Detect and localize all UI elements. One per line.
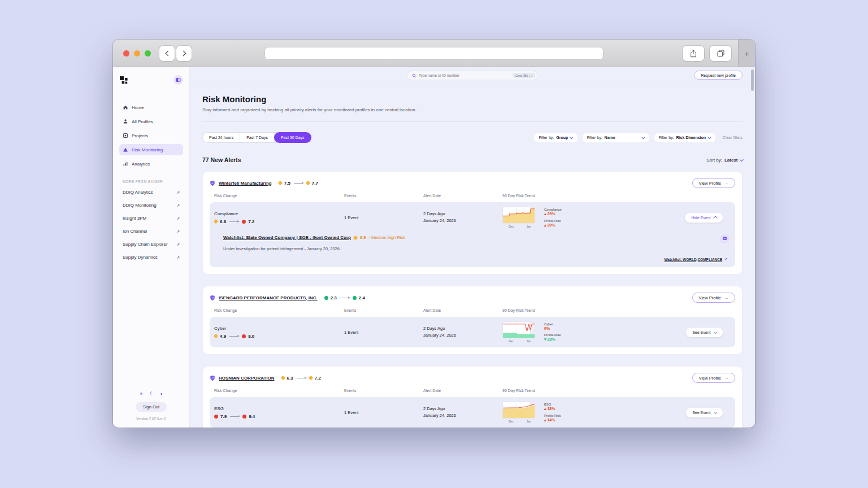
trend-arrow: ▾ (544, 337, 546, 341)
vertical-scrollbar[interactable] (751, 69, 754, 91)
clear-filters-link[interactable]: Clear filters (723, 136, 743, 140)
event-description: Under investigation for patent infringem… (223, 246, 728, 251)
stat-change-value: 0% (544, 326, 550, 330)
stat-label: Profile Risk (544, 219, 591, 223)
sidebar-item-analytics[interactable]: Analytics (119, 158, 183, 169)
tab-past-30-days[interactable]: Past 30 Days (274, 132, 311, 143)
watchlist-link[interactable]: Watchlist: WORLD,COMPLIANCE (664, 258, 722, 262)
sidebar-link-supply-dynamics[interactable]: Supply Dynamics↗ (119, 251, 183, 264)
date-relative: 2 Days Ago (423, 325, 502, 332)
event-score: 6.9 (360, 235, 366, 240)
search-input[interactable] (419, 73, 510, 77)
divider (202, 121, 743, 122)
col-alert-date: Alert Date (423, 308, 502, 312)
see-event-button[interactable]: See Event (686, 328, 723, 337)
score-value: 9.4 (249, 414, 255, 419)
company-link[interactable]: Winterfell Manufacturing (219, 181, 272, 186)
see-event-button[interactable]: See Event (686, 408, 723, 417)
tab-past-7-days[interactable]: Past 7 Days (240, 133, 275, 142)
trend-stats: Compliance▴ 29% Profile Risk▴ 20% (544, 208, 591, 228)
sidebar-collapse-button[interactable] (173, 75, 183, 85)
close-window-button[interactable] (123, 50, 129, 56)
global-search[interactable]: Cmd (⌘) + / (407, 71, 538, 80)
view-profile-button[interactable]: View Profile→ (692, 293, 735, 303)
plus-icon: + (744, 49, 749, 58)
home-icon (123, 104, 128, 110)
external-products-list: DDIQ Analytics↗ DDIQ Monitoring↗ Insight… (119, 186, 183, 264)
external-link-icon: ↗ (176, 190, 180, 195)
page-title: Risk Monitoring (202, 94, 743, 104)
page-subtitle: Stay informed and organized by tracking … (202, 107, 743, 112)
trend-arrow: ▴ (544, 212, 546, 216)
zoom-window-button[interactable] (145, 50, 151, 56)
filter-by-risk-dimension-dropdown[interactable]: Filter by:Risk Dimension (654, 133, 715, 142)
profile-shield-icon (210, 180, 215, 186)
date-absolute: January 24, 2026 (423, 217, 502, 224)
risk-trend-chart (502, 207, 535, 224)
light-theme-icon[interactable]: ☀ (139, 391, 143, 396)
view-profile-button[interactable]: View Profile→ (692, 178, 735, 188)
risk-dot (353, 235, 358, 239)
auto-theme-icon[interactable]: ◐ (160, 391, 163, 396)
tab-past-24-hours[interactable]: Past 24 hours (203, 133, 240, 142)
hide-event-button[interactable]: Hide Event (685, 213, 723, 223)
view-profile-label: View Profile (699, 295, 721, 300)
filter-by-name-dropdown[interactable]: Filter by:Name (583, 133, 649, 142)
request-new-profile-button[interactable]: Request new profile (694, 71, 743, 80)
sidebar-item-all-profiles[interactable]: All Profiles (119, 116, 183, 127)
event-flag-button[interactable] (720, 234, 730, 243)
external-link-icon: ↗ (176, 242, 180, 247)
score-value: 2.4 (359, 295, 365, 300)
sidebar-link-insight-3pm[interactable]: Insight 3PM↗ (119, 212, 183, 225)
tab-overview-button[interactable] (710, 46, 731, 61)
sidebar-link-ion-channel[interactable]: Ion Channel↗ (119, 225, 183, 238)
filter-by-group-dropdown[interactable]: Filter by:Group (534, 133, 577, 142)
view-profile-button[interactable]: View Profile→ (692, 373, 735, 383)
sidebar-link-supply-chain-explorer[interactable]: Supply Chain Explorer↗ (119, 238, 183, 251)
col-risk-change: Risk Change (214, 194, 344, 198)
trend-arrow: ▴ (544, 223, 546, 227)
sidebar-item-projects[interactable]: Projects (119, 130, 183, 141)
x-tick: Jan (527, 225, 531, 228)
dark-theme-icon[interactable]: ☾ (149, 391, 154, 396)
browser-back-button[interactable] (159, 46, 175, 61)
sidebar-item-label: Home (132, 105, 144, 110)
col-risk-change: Risk Change (214, 389, 344, 393)
profile-shield-icon (210, 295, 215, 301)
browser-forward-button[interactable] (176, 46, 192, 61)
risk-dot (242, 334, 246, 338)
share-icon (690, 50, 697, 58)
new-tab-button[interactable]: + (738, 40, 755, 67)
col-trend: 90 Day Risk Trend (502, 308, 731, 312)
event-button-label: See Event (692, 330, 710, 334)
sidebar-link-ddiq-monitoring[interactable]: DDIQ Monitoring↗ (119, 199, 183, 212)
company-link[interactable]: ISENGARD PERFORMANCE PRODUCTS, INC. (219, 295, 318, 300)
profile-score-change: 7.5 7.7 (279, 181, 318, 186)
sidebar-item-label: Projects (132, 133, 148, 138)
score-value: 8.0 (248, 334, 254, 339)
page-content: Risk Monitoring Stay informed and organi… (190, 84, 755, 428)
score-value: 2.3 (331, 295, 337, 300)
event-button-label: See Event (692, 411, 710, 415)
sidebar-item-label: Analytics (132, 162, 150, 167)
event-title[interactable]: Watchlist: State Owned Company | SOE : G… (223, 235, 351, 240)
arrow-right-icon (297, 378, 306, 378)
sidebar-link-ddiq-analytics[interactable]: DDIQ Analytics↗ (119, 186, 183, 199)
sidebar-item-risk-monitoring[interactable]: Risk Monitoring (119, 144, 183, 155)
sidebar: Home All Profiles Projects Risk Monitori… (113, 67, 190, 428)
share-button[interactable] (683, 46, 704, 61)
external-link-icon: ↗ (176, 203, 180, 208)
stat-label: ESG (544, 403, 591, 406)
company-link[interactable]: HOSNIAN CORPORATION (219, 376, 275, 381)
stat-label: Cyber (544, 323, 591, 326)
address-bar[interactable] (264, 47, 604, 60)
minimize-window-button[interactable] (134, 50, 140, 56)
arrow-right-icon (229, 336, 238, 337)
sort-by-dropdown[interactable]: Sort by:Latest (706, 158, 743, 163)
sidebar-item-home[interactable]: Home (119, 102, 183, 113)
filter-prefix: Filter by: (539, 136, 554, 140)
date-relative: 2 Days Ago (423, 406, 502, 412)
sign-out-button[interactable]: Sign Out (136, 402, 167, 412)
profiles-icon (123, 119, 128, 124)
risk-dimension-label: ESG (214, 406, 344, 411)
